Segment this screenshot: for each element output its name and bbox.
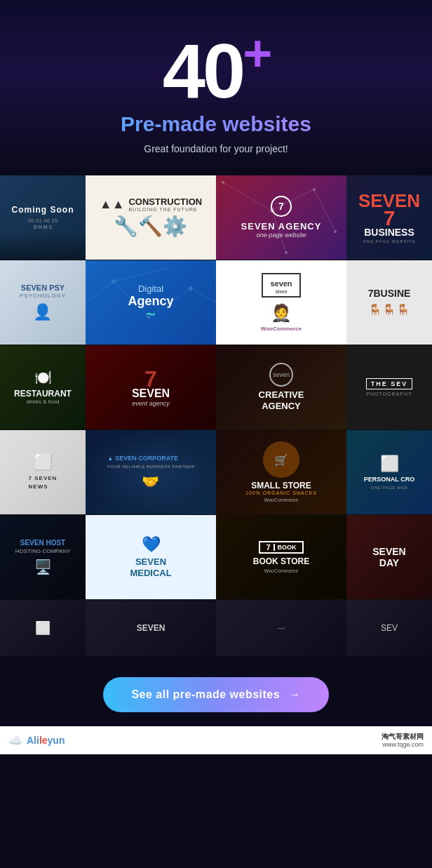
footer-left: ☁️ Alileyun [8,734,65,747]
seven-medical-cell[interactable]: 💙 SEVENMEDICAL [86,515,216,599]
news-icon: ⬜ [34,453,53,472]
footer-watermark: 淘气哥素材网 www.tqge.com [382,732,424,749]
corporate-logo-text: ▲ SEVEN CORPORATE [107,455,194,462]
grid-row-3: 🍽️ RESTAURANT drinks & food 7 SEVEN even… [0,345,432,429]
svg-line-13 [114,267,170,281]
partial-cell-4[interactable]: SEV [346,600,432,656]
store-woo-badge: WooCommerce [261,326,302,332]
seven-event-cell[interactable]: 7 SEVEN event agency [86,345,216,429]
watermark-line1: 淘气哥素材网 [382,732,424,741]
hero-section: 40+ Pre-made websites Great foundation f… [0,0,432,175]
psy-icon: 👤 [20,303,66,321]
business-sub: ONE PAGE WEBSITE [358,239,420,243]
partial-cell-3[interactable]: ··· [216,600,346,656]
see-all-button[interactable]: See all pre-made websites → [103,677,328,712]
coming-soon-label: Coming Soon [12,205,74,215]
store-word: store [270,289,292,294]
partial-cell-2[interactable]: SEVEN [86,600,216,656]
digital-label1: Digital [128,283,173,294]
svg-point-16 [189,286,193,291]
creative-circle-logo: seven [269,363,293,387]
construction-cell[interactable]: ▲▲ CONSTRUCTION BUILDING THE FUTURE 🔧🔨⚙️ [86,175,216,260]
grid-row-6: ⬜ SEVEN ··· SEV [0,600,432,656]
footer-brand: Alileyun [27,735,65,746]
small-store-circle: 🛒 [263,441,299,478]
personal-icon: ⬜ [380,455,399,473]
restaurant-icon: 🍽️ [34,369,52,386]
host-sub: HOSTING COMPANY [15,548,71,554]
book-woo: WooCommerce [264,568,299,573]
svg-point-5 [313,188,316,191]
small-store-title: SMALL STORE [251,481,311,490]
seven-agency-sub: one-page website [241,232,322,239]
digital-tilde: 〜 [128,309,173,321]
seven-day-cell[interactable]: SEVENDAY [346,515,432,599]
partial-icon-1: ⬜ [35,620,50,636]
7business-title: 7BUSINE [368,288,411,299]
the-seven-sub: PHOTOGRAPHY [366,392,412,396]
website-grid: Coming Soon 00 01 46 15 D H M S ▲▲ CONST… [0,175,432,656]
psy-sub: PSYCHOLOGY [20,293,66,299]
seven-business-cell[interactable]: SEVEN 7 BUSINESS ONE PAGE WEBSITE [346,175,432,260]
coming-soon-units: D H M S [12,225,74,229]
seven-agency-cell[interactable]: 7 SEVEN AGENCY one-page website [216,175,346,260]
small-store-sub: 100% ORGANIC SNACKS [245,490,317,495]
grid-row-5: SEVEN HOST HOSTING COMPANY 🖥️ 💙 SEVENMED… [0,515,432,599]
restaurant-cell[interactable]: 🍽️ RESTAURANT drinks & food [0,345,86,429]
corporate-sub: YOUR RELIABLE BUSINESS PARTNER [107,465,194,469]
cta-arrow: → [289,688,301,700]
host-title: SEVEN HOST [20,539,65,547]
grid-row-2: SEVEN PSY PSYCHOLOGY 👤 Digital Agency [0,260,432,345]
hero-description: Great foundation for your project! [14,143,418,154]
business-title: BUSINESS [358,227,420,238]
svg-point-6 [334,230,337,233]
7business-cell[interactable]: 7BUSINE 🪑🪑🪑 [346,260,432,345]
seven-agency-title: SEVEN AGENCY [241,221,322,232]
agency-seven-icon: 7 [271,196,292,217]
event-seven-num: 7 [132,368,170,390]
digital-agency-cell[interactable]: Digital Agency 〜 [86,260,216,345]
svg-line-9 [86,281,114,302]
hero-number: 40+ [14,28,418,109]
creative-agency-cell[interactable]: seven CREATIVEAGENCY [216,345,346,429]
watermark-line2: www.tqge.com [382,741,424,749]
book-icon: 7BOOK [259,541,303,554]
seven-store-cell[interactable]: seven store 🤵 WooCommerce [216,260,346,345]
svg-line-12 [191,288,216,302]
hero-plus: + [243,25,269,81]
seven-host-cell[interactable]: SEVEN HOST HOSTING COMPANY 🖥️ [0,515,86,599]
construction-title: CONSTRUCTION [128,197,202,207]
the-seven-cell[interactable]: THE SEV PHOTOGRAPHY [346,345,432,429]
partial-label-4: SEV [381,623,398,633]
medical-heart: 💙 [142,535,161,554]
svg-point-8 [285,251,288,254]
digital-label2: Agency [128,294,173,309]
hero-subtitle: Pre-made websites [14,112,418,136]
personal-title: Personal Cro [364,476,414,484]
svg-point-7 [222,181,224,184]
personal-sub: ONE-PAGE WEB [371,486,408,490]
news-title: 7 sevenNEWS [29,474,58,490]
host-icon: 🖥️ [34,559,52,575]
coming-soon-cell[interactable]: Coming Soon 00 01 46 15 D H M S [0,175,86,260]
footer-bar: ☁️ Alileyun 淘气哥素材网 www.tqge.com [0,726,432,755]
seven-corporate-cell[interactable]: ▲ SEVEN CORPORATE YOUR RELIABLE BUSINESS… [86,430,216,514]
store-person-icon: 🤵 [261,303,302,323]
medical-title: SEVENMEDICAL [130,556,171,578]
restaurant-sub: drinks & food [27,399,60,405]
store-logo-text: seven [270,279,292,288]
personal-cro-cell[interactable]: ⬜ Personal Cro ONE-PAGE WEB [346,430,432,514]
partial-cell-1[interactable]: ⬜ [0,600,86,656]
partial-label-2: SEVEN [137,623,166,633]
7business-icon: 🪑🪑🪑 [368,303,411,316]
small-store-cell[interactable]: 🛒 SMALL STORE 100% ORGANIC SNACKS WooCom… [216,430,346,514]
coming-soon-timer: 00 01 46 15 [12,218,74,224]
cta-section: See all pre-made websites → [0,656,432,726]
seven-psy-cell[interactable]: SEVEN PSY PSYCHOLOGY 👤 [0,260,86,345]
book-store-cell[interactable]: 7BOOK BOOK STORE WooCommerce [216,515,346,599]
grid-row-4: ⬜ 7 sevenNEWS ▲ SEVEN CORPORATE YOUR REL… [0,430,432,514]
psy-title: SEVEN PSY [20,283,66,293]
seven-news-cell[interactable]: ⬜ 7 sevenNEWS [0,430,86,514]
restaurant-title: RESTAURANT [14,389,72,399]
svg-point-14 [112,279,116,283]
